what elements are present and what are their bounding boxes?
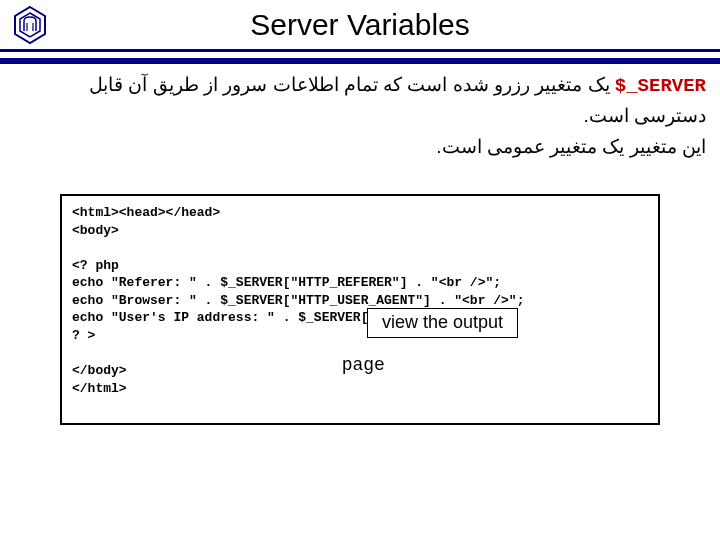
description-line-1: $_SERVER یک متغییر رزرو شده است که تمام …: [14, 70, 706, 132]
code-line: <body>: [72, 223, 119, 238]
code-line: <html><head></head>: [72, 205, 220, 220]
page-title: Server Variables: [70, 8, 710, 42]
description-line-2: این متغییر یک متغییر عمومی است.: [14, 132, 706, 162]
keyword: $_SERVER: [615, 75, 706, 97]
description-text: $_SERVER یک متغییر رزرو شده است که تمام …: [0, 64, 720, 166]
view-output-button[interactable]: view the output: [367, 308, 518, 338]
code-block: <html><head></head> <body> <? php echo "…: [60, 194, 660, 425]
header: Server Variables: [0, 0, 720, 52]
code-line: </body>: [72, 363, 127, 378]
code-line: echo "Referer: " . $_SERVER["HTTP_REFERE…: [72, 275, 501, 290]
logo-icon: [10, 5, 50, 45]
page-label: page: [342, 353, 518, 377]
code-line: </html>: [72, 381, 127, 396]
code-line: <? php: [72, 258, 119, 273]
code-line: ? >: [72, 328, 95, 343]
description-line-1-text: یک متغییر رزرو شده است که تمام اطلاعات س…: [89, 74, 706, 126]
button-area: view the output page: [336, 290, 518, 412]
